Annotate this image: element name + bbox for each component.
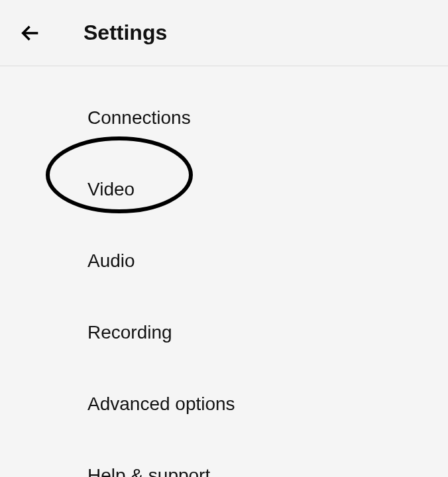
list-item-label: Help & support: [87, 465, 210, 477]
list-item-help-support[interactable]: Help & support: [0, 440, 448, 477]
list-item-label: Advanced options: [87, 394, 235, 415]
list-item-audio[interactable]: Audio: [0, 225, 448, 297]
list-item-label: Connections: [87, 107, 191, 129]
list-item-connections[interactable]: Connections: [0, 82, 448, 154]
list-item-video[interactable]: Video: [0, 154, 448, 225]
arrow-left-icon: [19, 22, 42, 44]
page-title: Settings: [84, 21, 167, 45]
list-item-label: Recording: [87, 322, 172, 343]
list-item-label: Audio: [87, 250, 135, 272]
settings-list: Connections Video Audio Recording Advanc…: [0, 66, 448, 477]
list-item-label: Video: [87, 179, 135, 200]
list-item-advanced-options[interactable]: Advanced options: [0, 368, 448, 440]
list-item-recording[interactable]: Recording: [0, 297, 448, 368]
app-header: Settings: [0, 0, 448, 66]
back-button[interactable]: [16, 19, 45, 48]
